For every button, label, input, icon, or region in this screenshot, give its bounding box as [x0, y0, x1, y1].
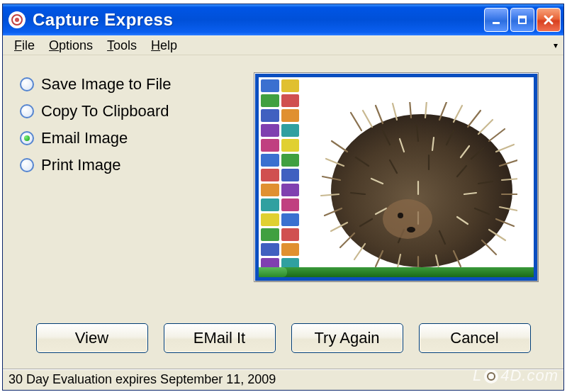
- radio-label: Save Image to File: [41, 75, 171, 94]
- action-radio-group: Save Image to File Copy To Clipboard Ema…: [20, 68, 254, 310]
- capture-preview[interactable]: [254, 72, 539, 282]
- status-text: 30 Day Evaluation expires September 11, …: [9, 372, 276, 387]
- radio-icon: [20, 104, 34, 118]
- radio-icon: [20, 158, 34, 172]
- svg-line-16: [332, 141, 347, 152]
- menu-tools[interactable]: Tools: [100, 37, 144, 55]
- preview-subject-image: [319, 102, 517, 269]
- radio-dot-icon: [24, 135, 30, 141]
- radio-copy-clipboard[interactable]: Copy To Clipboard: [20, 102, 254, 121]
- preview-desktop-icons: [259, 77, 301, 277]
- svg-line-26: [454, 106, 462, 122]
- email-it-button[interactable]: EMail It: [164, 323, 276, 353]
- menu-options[interactable]: Options: [42, 37, 100, 55]
- radio-icon: [20, 77, 34, 91]
- statusbar: 30 Day Evaluation expires September 11, …: [3, 369, 563, 390]
- window-controls: [484, 8, 561, 32]
- svg-line-24: [393, 103, 397, 120]
- cancel-button[interactable]: Cancel: [419, 323, 531, 353]
- svg-rect-4: [519, 16, 526, 18]
- svg-line-7: [376, 106, 383, 123]
- svg-point-1: [15, 18, 19, 22]
- preview-column: [254, 68, 546, 310]
- main-row: Save Image to File Copy To Clipboard Ema…: [20, 68, 546, 310]
- close-button[interactable]: [537, 8, 561, 32]
- preview-desktop: [259, 77, 534, 277]
- radio-email-image[interactable]: Email Image: [20, 129, 254, 147]
- button-row: View EMail It Try Again Cancel: [20, 310, 546, 362]
- radio-icon: [20, 131, 34, 145]
- content-area: Save Image to File Copy To Clipboard Ema…: [3, 55, 563, 369]
- svg-line-27: [478, 120, 493, 134]
- svg-line-28: [496, 145, 514, 152]
- preview-taskbar: [259, 267, 534, 277]
- titlebar[interactable]: Capture Express: [3, 4, 563, 35]
- radio-label: Copy To Clipboard: [41, 102, 169, 121]
- svg-line-10: [468, 111, 481, 127]
- svg-line-19: [340, 233, 354, 247]
- menu-help[interactable]: Help: [144, 37, 184, 55]
- svg-point-61: [383, 199, 432, 239]
- radio-print-image[interactable]: Print Image: [20, 156, 254, 174]
- svg-point-62: [398, 213, 403, 218]
- view-button[interactable]: View: [36, 323, 148, 353]
- minimize-button[interactable]: [484, 8, 508, 32]
- svg-rect-2: [493, 22, 500, 24]
- menu-file[interactable]: File: [7, 37, 42, 55]
- svg-line-11: [489, 129, 505, 141]
- app-icon: [9, 11, 26, 28]
- svg-line-23: [363, 111, 372, 127]
- svg-point-63: [407, 227, 415, 233]
- app-window: Capture Express File Options Tools Help …: [2, 4, 564, 391]
- radio-label: Print Image: [41, 156, 121, 174]
- menubar: File Options Tools Help ▾: [3, 35, 563, 55]
- radio-save-to-file[interactable]: Save Image to File: [20, 75, 254, 94]
- maximize-button[interactable]: [510, 8, 534, 32]
- preview-start-button: [259, 267, 287, 277]
- svg-line-15: [482, 240, 496, 254]
- svg-line-6: [351, 113, 361, 130]
- try-again-button[interactable]: Try Again: [291, 323, 403, 353]
- menu-overflow-icon[interactable]: ▾: [554, 40, 558, 50]
- window-title: Capture Express: [33, 10, 484, 30]
- radio-label: Email Image: [41, 129, 128, 147]
